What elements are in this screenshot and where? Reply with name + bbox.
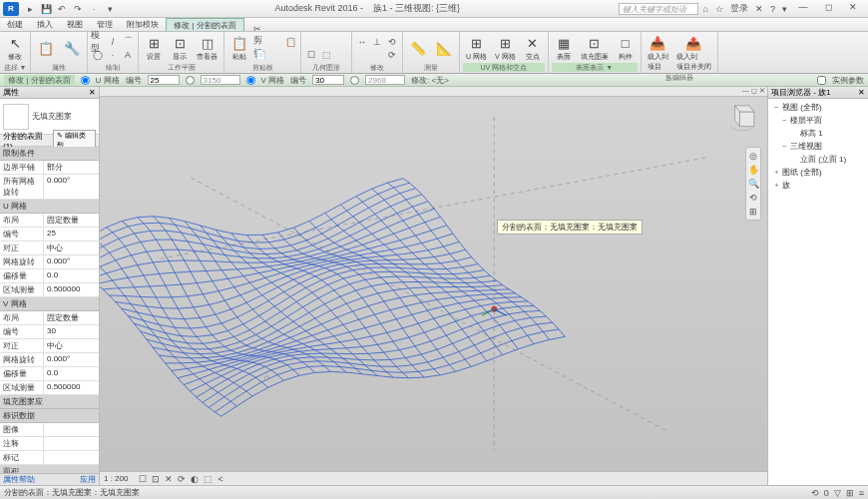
prop-value[interactable]: 25 bbox=[44, 228, 99, 241]
u-grid-dist-radio[interactable] bbox=[186, 76, 195, 85]
prop-row[interactable]: 布局固定数量 bbox=[0, 214, 99, 228]
status-button[interactable]: ≡ bbox=[859, 488, 864, 498]
viewport[interactable]: — ◻ ✕ 分割的表面：无填充 bbox=[100, 87, 768, 485]
ribbon-button[interactable]: ↖修改 bbox=[3, 33, 27, 63]
status-button[interactable]: ⊞ bbox=[846, 488, 854, 498]
v-number-input[interactable] bbox=[312, 75, 344, 85]
v-grid-number-radio[interactable] bbox=[246, 76, 255, 85]
qat-redo-icon[interactable]: ↷ bbox=[71, 2, 85, 16]
view-control-button[interactable]: ✕ bbox=[165, 474, 173, 484]
status-button[interactable]: ▽ bbox=[834, 488, 841, 498]
ribbon-small-button[interactable]: 📋 bbox=[283, 36, 297, 48]
view-control-button[interactable]: ⬚ bbox=[204, 474, 213, 484]
ribbon-button[interactable]: ▦表面 bbox=[552, 33, 576, 63]
tree-node[interactable]: −三维视图 bbox=[770, 140, 866, 153]
ribbon-small-button[interactable]: 模型 bbox=[91, 36, 105, 48]
ribbon-button[interactable]: 🔧 bbox=[60, 38, 84, 58]
prop-value[interactable] bbox=[44, 451, 99, 464]
nav-look-icon[interactable]: ⊞ bbox=[749, 207, 757, 217]
u-dist-input[interactable] bbox=[201, 75, 240, 85]
status-button[interactable]: 0 bbox=[824, 488, 829, 498]
ribbon-button[interactable]: ⊡显示 bbox=[168, 33, 192, 63]
prop-row[interactable]: 标记 bbox=[0, 451, 99, 465]
ribbon-small-button[interactable]: ☐ bbox=[304, 49, 318, 61]
help-search-input[interactable]: 键入关键字或短语 bbox=[619, 3, 698, 15]
help-icon[interactable]: ? bbox=[768, 4, 777, 14]
browser-header[interactable]: 项目浏览器 - 族1 ✕ bbox=[768, 87, 868, 99]
nav-wheel-icon[interactable]: ◎ bbox=[749, 151, 757, 161]
ribbon-small-button[interactable] bbox=[334, 49, 348, 61]
minimize-button[interactable]: — bbox=[792, 2, 814, 16]
prop-row[interactable]: 网格旋转0.000° bbox=[0, 255, 99, 269]
ribbon-small-button[interactable] bbox=[268, 36, 282, 48]
prop-row[interactable]: 边界平铺部分 bbox=[0, 161, 99, 175]
prop-group-header[interactable]: V 网格 bbox=[0, 297, 99, 311]
tree-node[interactable]: 标高 1 bbox=[770, 127, 866, 140]
prop-row[interactable]: 对正中心 bbox=[0, 339, 99, 353]
ribbon-button[interactable]: ⊞设置 bbox=[142, 33, 166, 63]
prop-group-header[interactable]: 面积 bbox=[0, 465, 99, 473]
ribbon-button[interactable]: 📋 bbox=[34, 38, 58, 58]
prop-group-header[interactable]: U 网格 bbox=[0, 200, 99, 214]
ribbon-button[interactable]: ◫查看器 bbox=[194, 33, 220, 63]
qat-save-icon[interactable]: 💾 bbox=[39, 2, 53, 16]
prop-value[interactable]: 0.0 bbox=[44, 269, 99, 282]
tree-node[interactable]: −楼层平面 bbox=[770, 114, 866, 127]
ribbon-tab[interactable]: 视图 bbox=[60, 18, 90, 31]
view-close-icon[interactable]: ✕ bbox=[759, 87, 765, 96]
view-control-button[interactable]: < bbox=[217, 474, 222, 484]
view-control-button[interactable]: ☐ bbox=[139, 474, 147, 484]
qat-open-icon[interactable]: ▸ bbox=[23, 2, 37, 16]
ribbon-small-button[interactable]: A bbox=[121, 49, 135, 61]
prop-value[interactable]: 0.000° bbox=[44, 175, 99, 199]
status-button[interactable]: ⟲ bbox=[811, 488, 819, 498]
ribbon-small-button[interactable]: ⬚ bbox=[319, 49, 333, 61]
v-dist-input[interactable] bbox=[365, 75, 405, 85]
tree-node[interactable]: −视图 (全部) bbox=[770, 101, 866, 114]
ribbon-small-button[interactable]: · bbox=[106, 49, 120, 61]
prop-row[interactable]: 区域测量0.500000 bbox=[0, 381, 99, 395]
prop-row[interactable]: 图像 bbox=[0, 423, 99, 437]
view-control-button[interactable]: ◐ bbox=[191, 474, 199, 484]
view-control-button[interactable]: ⟳ bbox=[178, 474, 186, 484]
u-grid-number-radio[interactable] bbox=[81, 76, 90, 85]
ribbon-small-button[interactable] bbox=[268, 49, 282, 61]
nav-orbit-icon[interactable]: ⟲ bbox=[749, 193, 757, 203]
ribbon-button[interactable]: ⊞V 网格 bbox=[492, 33, 519, 63]
maximize-button[interactable]: ◻ bbox=[817, 2, 839, 16]
star-icon[interactable]: ☆ bbox=[713, 4, 725, 14]
qat-more-icon[interactable]: ▾ bbox=[103, 2, 117, 16]
ribbon-small-button[interactable]: ⟳ bbox=[385, 49, 399, 61]
ribbon-small-button[interactable]: ⌒ bbox=[121, 36, 135, 48]
tree-node[interactable]: 立面 (立面 1) bbox=[770, 153, 866, 166]
prop-row[interactable]: 偏移量0.0 bbox=[0, 367, 99, 381]
prop-row[interactable]: 编号25 bbox=[0, 228, 99, 242]
ribbon-small-button[interactable] bbox=[355, 49, 369, 61]
app-logo[interactable]: R bbox=[3, 2, 19, 16]
scale-button[interactable]: 1 : 200 bbox=[104, 474, 128, 483]
ribbon-button[interactable]: □构件 bbox=[614, 33, 638, 63]
ribbon-button[interactable]: ⊞U 网格 bbox=[463, 33, 490, 63]
ribbon-button[interactable]: 📤载入到项目并关闭 bbox=[673, 33, 714, 73]
ribbon-small-button[interactable]: 📄 bbox=[253, 49, 267, 61]
tree-node[interactable]: +族 bbox=[770, 179, 866, 192]
browser-tree[interactable]: −视图 (全部)−楼层平面标高 1−三维视图立面 (立面 1)+图纸 (全部)+… bbox=[768, 99, 868, 485]
ribbon-button[interactable]: 📏 bbox=[406, 38, 430, 58]
prop-value[interactable]: 中心 bbox=[44, 339, 99, 352]
prop-row[interactable]: 对正中心 bbox=[0, 242, 99, 255]
ribbon-small-button[interactable] bbox=[319, 36, 333, 48]
prop-row[interactable]: 编号30 bbox=[0, 325, 99, 339]
ribbon-tab[interactable]: 创建 bbox=[0, 18, 30, 31]
prop-value[interactable]: 0.0 bbox=[44, 367, 99, 380]
ribbon-small-button[interactable]: ⟲ bbox=[385, 36, 399, 48]
model-view[interactable] bbox=[100, 97, 767, 471]
ribbon-small-button[interactable] bbox=[370, 49, 384, 61]
tree-node[interactable]: +图纸 (全部) bbox=[770, 166, 866, 179]
prop-value[interactable]: 30 bbox=[44, 325, 99, 338]
prop-row[interactable]: 偏移量0.0 bbox=[0, 269, 99, 283]
prop-value[interactable] bbox=[44, 423, 99, 436]
dropdown-icon[interactable]: ▾ bbox=[780, 4, 789, 14]
prop-row[interactable]: 网格旋转0.000° bbox=[0, 353, 99, 367]
prop-row[interactable]: 区域测量0.500000 bbox=[0, 283, 99, 297]
view-max-icon[interactable]: ◻ bbox=[751, 87, 757, 96]
